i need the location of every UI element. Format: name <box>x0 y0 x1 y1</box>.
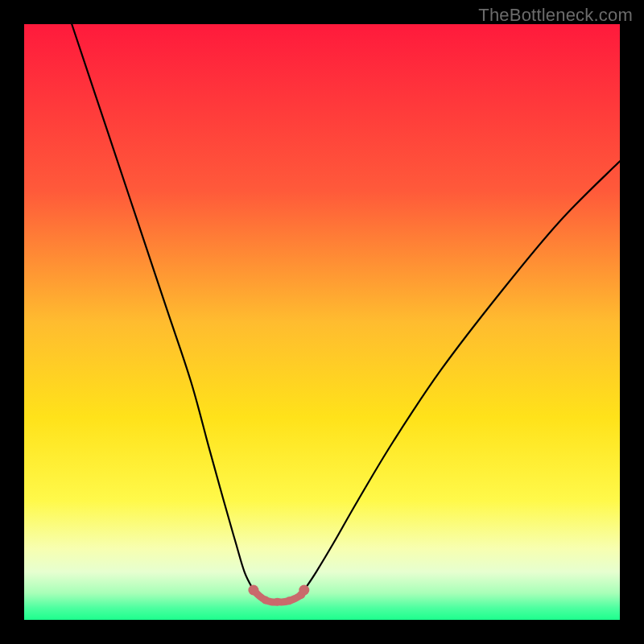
chart-frame: TheBottleneck.com <box>0 0 644 644</box>
trough-dot <box>299 585 309 596</box>
curve-layer <box>24 24 620 620</box>
trough-dot <box>262 597 270 605</box>
plot-area <box>24 24 620 620</box>
watermark-text: TheBottleneck.com <box>478 5 633 26</box>
curve-right-branch <box>304 161 620 590</box>
curve-left-branch <box>72 24 254 590</box>
trough-dot <box>285 597 293 605</box>
trough-dot <box>248 585 258 596</box>
trough-dot <box>274 598 282 606</box>
